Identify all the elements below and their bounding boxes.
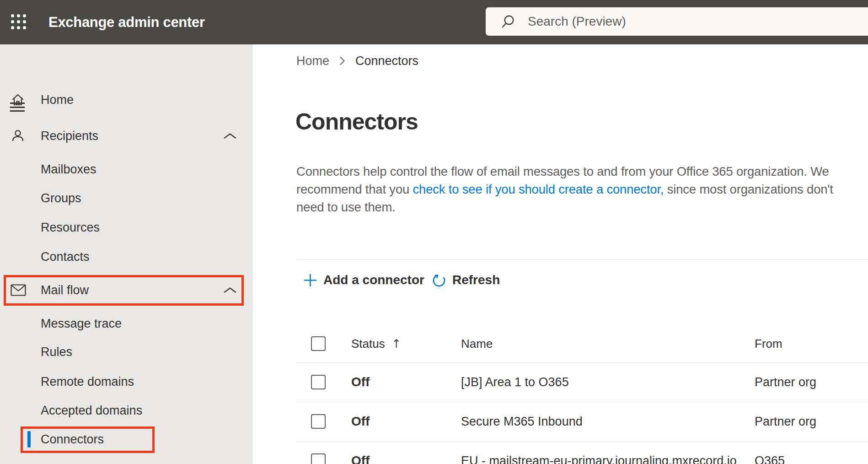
sidebar-item-rules[interactable]: Rules bbox=[0, 337, 253, 367]
breadcrumb-chevron-icon bbox=[339, 56, 345, 66]
sidebar-item-remote-domains[interactable]: Remote domains bbox=[0, 367, 253, 396]
sidebar-item-mail-flow[interactable]: Mail flow bbox=[0, 275, 253, 305]
toolbar-divider bbox=[296, 259, 868, 260]
column-header-status[interactable]: Status↑ bbox=[351, 336, 402, 351]
page-title: Connectors bbox=[295, 108, 418, 135]
table-row[interactable]: Off Secure M365 Inbound Partner org bbox=[296, 402, 868, 442]
description-line-2: recommend that you bbox=[296, 182, 413, 196]
create-connector-check-link[interactable]: check to see if you should create a conn… bbox=[413, 182, 664, 196]
status-cell: Off bbox=[351, 453, 370, 464]
add-connector-label: Add a connector bbox=[323, 273, 424, 287]
sidebar-item-label: Resources bbox=[41, 221, 100, 235]
refresh-button[interactable]: Refresh bbox=[431, 272, 500, 288]
sidebar-item-connectors[interactable]: Connectors bbox=[0, 425, 253, 454]
status-cell: Off bbox=[351, 414, 370, 429]
row-checkbox[interactable] bbox=[311, 414, 326, 429]
breadcrumb-home-link[interactable]: Home bbox=[296, 54, 329, 68]
plus-icon bbox=[303, 273, 318, 288]
chevron-up-icon[interactable] bbox=[223, 132, 237, 140]
sidebar-item-accepted-domains[interactable]: Accepted domains bbox=[0, 396, 253, 425]
sidebar-item-resources[interactable]: Resources bbox=[0, 213, 253, 242]
refresh-icon bbox=[431, 272, 447, 288]
global-search-box[interactable] bbox=[486, 7, 868, 36]
person-icon bbox=[11, 129, 25, 143]
sidebar-item-label: Recipients bbox=[41, 129, 98, 143]
from-cell: Partner org bbox=[755, 415, 816, 429]
sidebar-item-home[interactable]: Home bbox=[0, 85, 253, 114]
sidebar-item-label: Connectors bbox=[41, 432, 104, 447]
add-connector-button[interactable]: Add a connector bbox=[303, 272, 424, 288]
sidebar-item-message-trace[interactable]: Message trace bbox=[0, 309, 253, 338]
table-row[interactable]: Off [JB] Area 1 to O365 Partner org bbox=[296, 362, 868, 402]
breadcrumb-current-page: Connectors bbox=[355, 54, 418, 68]
select-all-checkbox[interactable] bbox=[311, 336, 326, 351]
top-app-bar: Exchange admin center bbox=[0, 0, 868, 44]
sidebar-item-label: Mail flow bbox=[41, 283, 89, 297]
app-title: Exchange admin center bbox=[48, 0, 205, 44]
sidebar-item-label: Mailboxes bbox=[41, 162, 96, 177]
sidebar-item-label: Accepted domains bbox=[41, 404, 142, 418]
table-row[interactable]: Off EU - mailstream-eu-primary.journalin… bbox=[296, 441, 868, 464]
row-checkbox[interactable] bbox=[311, 453, 326, 464]
sidebar-item-label: Remote domains bbox=[41, 375, 134, 389]
status-cell: Off bbox=[351, 375, 370, 389]
from-cell: O365 bbox=[755, 454, 785, 464]
mail-icon bbox=[11, 284, 26, 296]
sidebar-item-recipients[interactable]: Recipients bbox=[0, 121, 253, 151]
search-icon bbox=[501, 15, 515, 28]
from-cell: Partner org bbox=[755, 375, 816, 389]
name-cell[interactable]: Secure M365 Inbound bbox=[461, 415, 583, 429]
exchange-admin-center-screen: Exchange admin center Home bbox=[0, 0, 868, 464]
selected-item-indicator bbox=[27, 431, 31, 448]
sort-ascending-icon: ↑ bbox=[391, 336, 402, 350]
sidebar-item-contacts[interactable]: Contacts bbox=[0, 242, 253, 271]
column-header-name[interactable]: Name bbox=[461, 336, 493, 351]
left-navigation: Home Recipients Mailboxes Groups Resou bbox=[0, 44, 253, 464]
description-line-3: need to use them. bbox=[296, 200, 396, 214]
sidebar-item-label: Rules bbox=[41, 345, 72, 359]
search-input[interactable] bbox=[527, 14, 821, 29]
sidebar-item-label: Home bbox=[41, 93, 74, 107]
page-description: Connectors help control the flow of emai… bbox=[296, 162, 833, 216]
breadcrumb: Home Connectors bbox=[296, 54, 418, 68]
sidebar-item-mailboxes[interactable]: Mailboxes bbox=[0, 155, 253, 184]
name-cell[interactable]: EU - mailstream-eu-primary.journaling.mx… bbox=[461, 454, 737, 464]
name-cell[interactable]: [JB] Area 1 to O365 bbox=[461, 375, 569, 389]
app-launcher-waffle-icon[interactable] bbox=[11, 14, 27, 31]
chevron-up-icon[interactable] bbox=[223, 286, 237, 294]
sidebar-item-label: Message trace bbox=[41, 317, 122, 331]
column-header-from[interactable]: From bbox=[755, 336, 782, 351]
row-checkbox[interactable] bbox=[311, 375, 326, 389]
main-content: Home Connectors Connectors Connectors he… bbox=[253, 44, 868, 464]
refresh-label: Refresh bbox=[452, 273, 500, 287]
home-icon bbox=[11, 92, 25, 107]
sidebar-item-label: Groups bbox=[41, 191, 81, 205]
table-header-row: Status↑ Name From bbox=[296, 324, 868, 363]
sidebar-item-label: Contacts bbox=[41, 250, 90, 264]
sidebar-item-groups[interactable]: Groups bbox=[0, 183, 253, 213]
description-line-1: Connectors help control the flow of emai… bbox=[296, 164, 829, 178]
